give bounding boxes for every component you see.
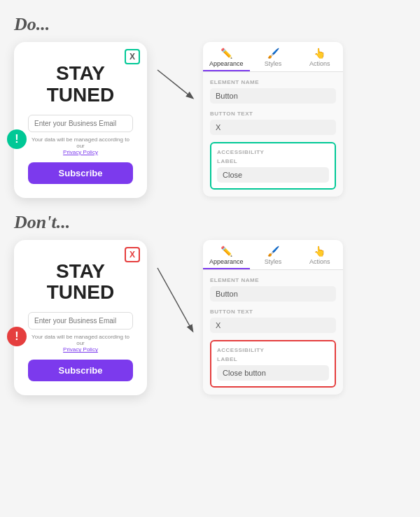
do-element-name-label: ELEMENT NAME [210, 79, 336, 85]
do-modal-wrapper: X STAY TUNED Your data will be managed a… [14, 42, 147, 198]
do-modal-title: STAY TUNED [28, 63, 133, 106]
dont-label-value: Close button [217, 365, 329, 381]
do-title: Do... [14, 14, 406, 35]
do-close-button[interactable]: X [125, 49, 140, 64]
do-subscribe-button[interactable]: Subscribe [28, 162, 133, 184]
svg-line-1 [158, 268, 192, 331]
do-label-value: Close [217, 167, 329, 183]
do-label-label: LABEL [217, 158, 329, 164]
dont-panel: ✏️ Appearance 🖌️ Styles 👆 Actions ELEMEN… [203, 240, 343, 395]
dont-modal-card: X STAY TUNED Your data will be managed a… [14, 240, 147, 396]
do-privacy-link[interactable]: Privacy Policy [63, 149, 98, 155]
dont-accessibility-label: ACCESSIBILITY [217, 347, 329, 353]
do-panel-body: ELEMENT NAME Button BUTTON TEXT X ACCESS… [203, 72, 343, 197]
dont-element-name-label: ELEMENT NAME [210, 277, 336, 283]
do-accessibility-section: ACCESSIBILITY LABEL Close [210, 142, 336, 190]
dont-modal-title: STAY TUNED [28, 261, 133, 304]
styles-icon: 🖌️ [267, 48, 279, 59]
dont-panel-body: ELEMENT NAME Button BUTTON TEXT X ACCESS… [203, 270, 343, 395]
do-button-text-value: X [210, 120, 336, 135]
dont-label-label: LABEL [217, 356, 329, 362]
do-panel-tabs: ✏️ Appearance 🖌️ Styles 👆 Actions [203, 42, 343, 72]
do-accessibility-label: ACCESSIBILITY [217, 149, 329, 155]
dont-close-button[interactable]: X [125, 247, 140, 262]
actions-icon: 👆 [314, 48, 326, 59]
do-modal-card: X STAY TUNED Your data will be managed a… [14, 42, 147, 198]
dont-row: X STAY TUNED Your data will be managed a… [14, 240, 406, 396]
do-section: Do... X STAY TUNED Your data will be man… [14, 14, 406, 198]
dont-title: Don't... [14, 212, 406, 233]
dont-arrow [154, 254, 196, 366]
svg-line-0 [158, 70, 192, 98]
dont-appearance-icon: ✏️ [220, 246, 232, 257]
appearance-icon: ✏️ [220, 48, 232, 59]
dont-subscribe-button[interactable]: Subscribe [28, 360, 133, 381]
dont-accessibility-section: ACCESSIBILITY LABEL Close button [210, 340, 336, 388]
dont-element-name-value: Button [210, 286, 336, 302]
dont-section: Don't... X STAY TUNED Your data will be … [14, 212, 406, 396]
do-arrow [154, 56, 196, 140]
do-row: X STAY TUNED Your data will be managed a… [14, 42, 406, 198]
do-tab-actions[interactable]: 👆 Actions [296, 42, 343, 71]
do-email-input[interactable] [28, 115, 133, 132]
dont-styles-icon: 🖌️ [267, 246, 279, 257]
dont-button-text-label: BUTTON TEXT [210, 309, 336, 315]
do-panel: ✏️ Appearance 🖌️ Styles 👆 Actions ELEMEN… [203, 42, 343, 197]
dont-email-input[interactable] [28, 312, 133, 330]
dont-alert-icon: ! [7, 327, 27, 346]
do-tab-styles[interactable]: 🖌️ Styles [250, 42, 297, 71]
do-tab-appearance[interactable]: ✏️ Appearance [203, 42, 250, 71]
dont-panel-tabs: ✏️ Appearance 🖌️ Styles 👆 Actions [203, 240, 343, 270]
dont-tab-appearance[interactable]: ✏️ Appearance [203, 240, 250, 269]
dont-privacy-link[interactable]: Privacy Policy [63, 346, 98, 353]
dont-tab-actions[interactable]: 👆 Actions [296, 240, 343, 269]
dont-tab-styles[interactable]: 🖌️ Styles [250, 240, 297, 269]
do-button-text-label: BUTTON TEXT [210, 111, 336, 117]
do-element-name-value: Button [210, 88, 336, 104]
do-privacy-text: Your data will be managed according to o… [28, 136, 133, 155]
do-alert-icon: ! [7, 129, 27, 149]
dont-actions-icon: 👆 [314, 246, 326, 257]
dont-privacy-text: Your data will be managed according to o… [28, 334, 133, 353]
dont-modal-wrapper: X STAY TUNED Your data will be managed a… [14, 240, 147, 396]
dont-button-text-value: X [210, 318, 336, 333]
